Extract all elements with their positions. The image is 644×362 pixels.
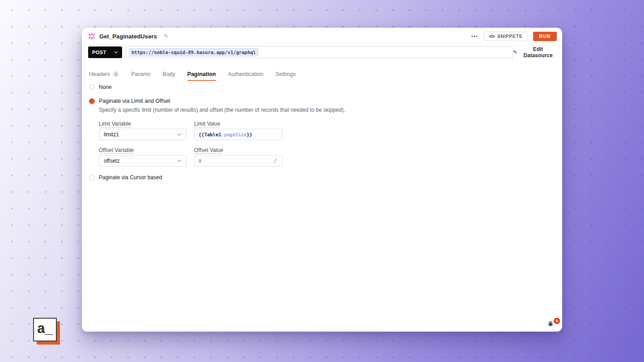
offset-value-label: Offset Value <box>194 147 223 153</box>
radio-none-label: None <box>99 84 112 90</box>
edit-datasource-button[interactable]: ✎ Edit Datasource <box>513 46 556 59</box>
tab-params-label: Params <box>131 71 150 77</box>
chevron-down-icon <box>114 51 118 54</box>
url-value: https://noble-squid-89.hasura.app/v1/gra… <box>129 48 258 56</box>
radio-icon <box>89 175 95 181</box>
request-url-row: POST https://noble-squid-89.hasura.app/v… <box>88 46 556 58</box>
radio-limit-offset-label: Paginate via Limit and Offset <box>99 98 170 104</box>
offset-variable-value: offsetz <box>104 158 119 164</box>
tab-authentication-label: Authentication <box>228 71 263 77</box>
slash-command-icon: / <box>274 158 277 164</box>
code-icon: </> <box>489 34 495 39</box>
radio-option-none[interactable]: None <box>89 84 112 90</box>
offset-value-input[interactable]: 0 / <box>194 155 283 167</box>
chevron-down-icon <box>177 133 182 136</box>
limit-variable-label: Limit Variable <box>99 121 131 127</box>
snippets-button[interactable]: </> SNIPPETS <box>484 32 527 41</box>
headers-count-badge: 2 <box>113 71 119 77</box>
radio-icon <box>89 84 95 90</box>
radio-option-cursor[interactable]: Paginate via Cursor based <box>89 174 162 181</box>
radio-option-limit-offset[interactable]: Paginate via Limit and Offset <box>89 98 170 104</box>
binding-property: pageSize <box>224 132 247 137</box>
run-button[interactable]: RUN <box>533 32 557 41</box>
limit-value-label: Limit Value <box>194 121 220 127</box>
tab-params[interactable]: Params <box>131 69 150 79</box>
url-input[interactable]: https://noble-squid-89.hasura.app/v1/gra… <box>126 46 513 58</box>
limit-value-input[interactable]: {{Table1.pageSize}} <box>194 129 283 140</box>
limit-variable-select[interactable]: limitz1 <box>99 129 186 140</box>
rename-pencil-icon[interactable]: ✎ <box>164 33 168 39</box>
editor-tabs: Headers 2 Params Body Pagination Authent… <box>89 68 296 80</box>
tab-body[interactable]: Body <box>162 69 175 79</box>
more-menu-button[interactable]: ••• <box>471 34 478 39</box>
tab-authentication[interactable]: Authentication <box>228 69 263 79</box>
tab-pagination[interactable]: Pagination <box>187 69 216 79</box>
graphql-icon <box>88 33 95 40</box>
error-count-badge: 9 <box>554 318 560 324</box>
tab-body-label: Body <box>162 71 175 77</box>
http-method-value: POST <box>92 50 106 55</box>
query-title: Get_PaginatedUsers <box>99 33 157 40</box>
radio-selected-icon <box>89 98 95 104</box>
tab-headers-label: Headers <box>89 71 110 77</box>
header-actions: ••• </> SNIPPETS RUN <box>471 32 557 41</box>
binding-object: Table1 <box>204 132 221 137</box>
appsmith-logo: a_ <box>33 318 61 345</box>
editor-header: Get_PaginatedUsers ✎ ••• </> SNIPPETS RU… <box>82 28 562 45</box>
radio-cursor-label: Paginate via Cursor based <box>99 174 162 181</box>
offset-variable-label: Offset Variable <box>99 147 134 153</box>
offset-variable-select[interactable]: offsetz <box>99 155 186 167</box>
edit-pencil-icon: ✎ <box>513 49 517 55</box>
edit-datasource-label: Edit Datasource <box>520 46 556 59</box>
http-method-select[interactable]: POST <box>88 46 122 58</box>
logo-mark: a_ <box>33 318 57 341</box>
tab-settings[interactable]: Settings <box>275 69 296 79</box>
tab-pagination-label: Pagination <box>187 71 216 77</box>
api-editor-card: Get_PaginatedUsers ✎ ••• </> SNIPPETS RU… <box>82 28 562 332</box>
limit-offset-description: Specify a specific limit (number of resu… <box>99 107 345 113</box>
offset-value: 0 <box>199 158 201 164</box>
binding-open-brace: {{ <box>199 132 204 137</box>
binding-close-brace: }} <box>247 132 253 137</box>
debugger-button[interactable]: 9 <box>547 320 556 329</box>
tab-headers[interactable]: Headers 2 <box>89 69 119 79</box>
snippets-label: SNIPPETS <box>497 34 522 39</box>
tab-settings-label: Settings <box>275 71 296 77</box>
chevron-down-icon <box>177 160 182 162</box>
bug-icon <box>547 320 554 327</box>
desktop-background: Get_PaginatedUsers ✎ ••• </> SNIPPETS RU… <box>0 0 644 362</box>
limit-variable-value: limitz1 <box>104 131 119 138</box>
